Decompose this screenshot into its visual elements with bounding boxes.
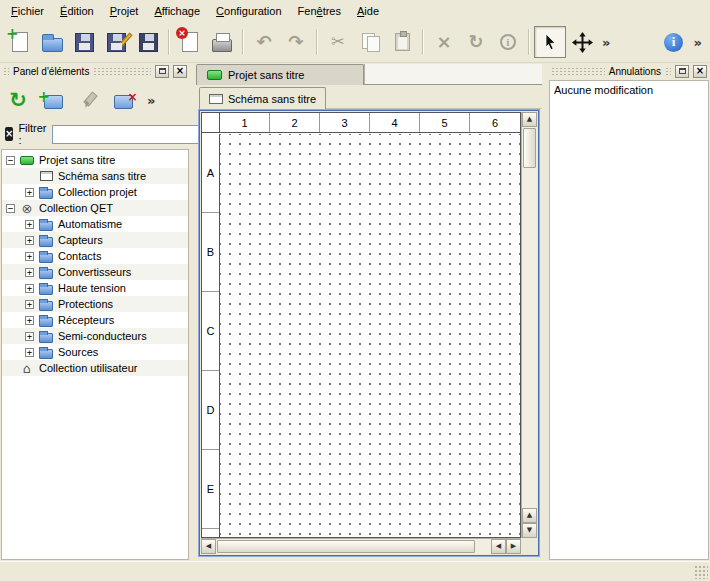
tree-item-haute-tension[interactable]: + Haute tension [2, 280, 188, 296]
float-panel-button[interactable] [155, 65, 169, 78]
expander-icon[interactable]: − [6, 204, 15, 213]
expander-icon[interactable]: + [25, 332, 34, 341]
vertical-scroll-thumb[interactable] [523, 128, 536, 168]
filter-input[interactable] [52, 125, 202, 144]
rotate-icon: ↻ [468, 33, 483, 51]
scroll-up-button[interactable]: ▲ [522, 112, 537, 127]
expander-icon[interactable]: + [25, 220, 34, 229]
save-button[interactable] [68, 26, 100, 58]
expander-icon[interactable]: + [25, 252, 34, 261]
tree-item-collection-qet[interactable]: − ⊗ Collection QET [2, 200, 188, 216]
tree-item-automatisme[interactable]: + Automatisme [2, 216, 188, 232]
expander-icon[interactable]: + [25, 188, 34, 197]
project-tab-icon [207, 70, 222, 80]
project-tab[interactable]: Projet sans titre [196, 64, 364, 85]
row-headers: A B C D E [202, 134, 220, 537]
dock-grip[interactable] [3, 67, 9, 75]
copy-button[interactable] [354, 26, 386, 58]
scroll-down-button[interactable]: ▼ [522, 523, 537, 538]
scroll-right-button[interactable]: ▶ [506, 539, 521, 554]
tree-item-sources[interactable]: + Sources [2, 344, 188, 360]
vertical-scroll-track[interactable] [522, 169, 537, 508]
panel-toolbar-overflow-button[interactable]: » [143, 94, 159, 107]
expander-icon[interactable]: + [25, 300, 34, 309]
paste-button[interactable] [386, 26, 418, 58]
close-panel-button[interactable]: × [693, 65, 707, 78]
dock-grip[interactable] [93, 67, 151, 75]
tree-item-label: Protections [58, 298, 113, 310]
vertical-scrollbar[interactable]: ▲ ▲ ▼ [521, 112, 537, 538]
edit-element-button[interactable] [73, 85, 103, 115]
resize-grip[interactable] [694, 565, 708, 579]
dock-grip[interactable] [665, 67, 671, 75]
tree-item-convertisseurs[interactable]: + Convertisseurs [2, 264, 188, 280]
save-as-button[interactable] [100, 26, 132, 58]
new-project-button[interactable]: + [4, 26, 36, 58]
tree-item-protections[interactable]: + Protections [2, 296, 188, 312]
select-tool-button[interactable] [534, 26, 566, 58]
horizontal-scroll-thumb[interactable] [217, 540, 475, 553]
expander-icon[interactable]: + [25, 284, 34, 293]
menu-affichage[interactable]: Affichage [146, 1, 208, 21]
tree-item-collection-projet[interactable]: + Collection projet [2, 184, 188, 200]
menu-aide[interactable]: Aide [349, 1, 387, 21]
expander-icon[interactable]: + [25, 316, 34, 325]
cut-button[interactable]: ✂ [322, 26, 354, 58]
toolbar-overflow-button[interactable]: » [598, 36, 614, 49]
expander-icon[interactable]: + [25, 236, 34, 245]
dock-grip[interactable] [551, 67, 605, 75]
scroll-up-button-2[interactable]: ▲ [522, 508, 537, 523]
tree-item-contacts[interactable]: + Contacts [2, 248, 188, 264]
menu-edition[interactable]: Édition [52, 1, 102, 21]
undo-history-list[interactable]: Aucune modification [549, 80, 709, 560]
element-info-button[interactable]: i [492, 26, 524, 58]
menu-configuration[interactable]: Configuration [208, 1, 289, 21]
tree-item-label: Convertisseurs [58, 266, 131, 278]
print-button[interactable] [206, 26, 238, 58]
toolbar-separator [168, 29, 170, 55]
diagram-canvas[interactable] [220, 134, 520, 537]
about-qet-button[interactable]: i [658, 26, 690, 58]
elements-tree[interactable]: − Projet sans titre Schéma sans titre + … [1, 149, 189, 560]
scroll-left-button[interactable]: ◀ [201, 539, 216, 554]
elements-panel-titlebar[interactable]: Panel d'éléments × [0, 63, 190, 79]
toolbar-separator [528, 29, 530, 55]
menu-projet[interactable]: Projet [102, 1, 147, 21]
clear-filter-icon: × [5, 129, 13, 139]
tree-item-recepteurs[interactable]: + Récepteurs [2, 312, 188, 328]
tree-item-capteurs[interactable]: + Capteurs [2, 232, 188, 248]
tree-item-collection-utilisateur[interactable]: ⌂ Collection utilisateur [2, 360, 188, 376]
menu-fichier[interactable]: Fichier [3, 1, 52, 21]
close-project-button[interactable]: × [174, 26, 206, 58]
undo-button[interactable]: ↶ [248, 26, 280, 58]
tree-item-project[interactable]: − Projet sans titre [2, 152, 188, 168]
horizontal-scrollbar[interactable]: ◀ ◀ ▶ [201, 538, 521, 554]
row-header: B [202, 213, 219, 292]
paste-icon [395, 33, 410, 51]
clear-filter-button[interactable]: × [5, 127, 13, 141]
redo-button[interactable]: ↷ [280, 26, 312, 58]
horizontal-scroll-track[interactable] [476, 539, 491, 554]
diagram-view-frame: 1 2 3 4 5 6 A B C D E [199, 110, 539, 556]
save-as-icon [107, 33, 126, 52]
float-panel-button[interactable] [675, 65, 689, 78]
move-tool-button[interactable] [566, 26, 598, 58]
open-project-button[interactable] [36, 26, 68, 58]
delete-button[interactable]: × [428, 26, 460, 58]
expander-icon[interactable]: − [6, 156, 15, 165]
tree-item-schema[interactable]: Schéma sans titre [2, 168, 188, 184]
undo-panel-titlebar[interactable]: Annulations × [548, 63, 710, 79]
delete-element-button[interactable]: × [108, 85, 138, 115]
new-element-button[interactable]: + [38, 85, 68, 115]
menu-fenetres[interactable]: Fenêtres [290, 1, 349, 21]
toolbar-extension-button[interactable]: » [690, 36, 706, 49]
reload-collections-button[interactable]: ↻ [3, 85, 33, 115]
expander-icon[interactable]: + [25, 268, 34, 277]
tree-item-semi-conducteurs[interactable]: + Semi-conducteurs [2, 328, 188, 344]
close-panel-button[interactable]: × [173, 65, 187, 78]
rotate-button[interactable]: ↻ [460, 26, 492, 58]
schema-tab[interactable]: Schéma sans titre [199, 87, 326, 109]
scroll-left-button-2[interactable]: ◀ [491, 539, 506, 554]
save-all-button[interactable] [132, 26, 164, 58]
expander-icon[interactable]: + [25, 348, 34, 357]
